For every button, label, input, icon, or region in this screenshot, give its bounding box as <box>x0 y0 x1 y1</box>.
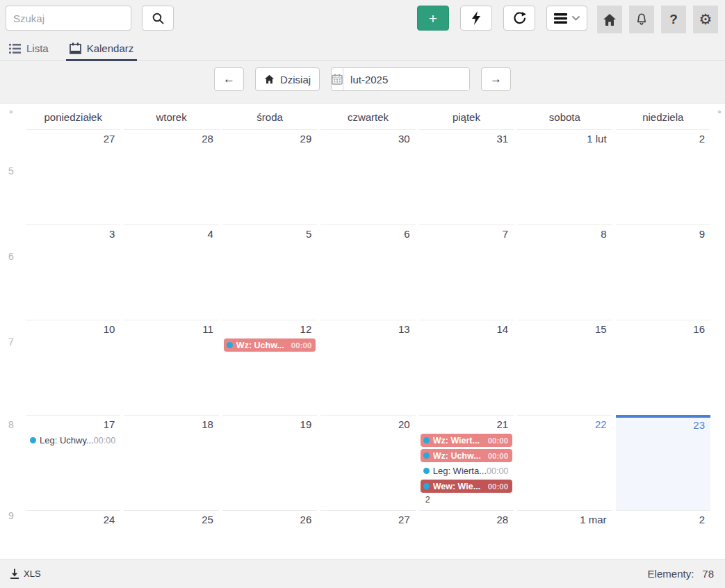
system-buttons: ? ⚙ <box>597 6 718 33</box>
event-item[interactable]: Wz: Wiert...00:00 <box>421 434 512 447</box>
day-cell[interactable]: 1 mar <box>517 510 612 559</box>
plus-icon: + <box>429 11 437 26</box>
week-right-rail <box>714 224 725 320</box>
day-number: 1 mar <box>517 512 612 529</box>
month-input[interactable] <box>343 68 470 90</box>
corner-marker-right: ° <box>714 104 725 129</box>
home-icon <box>264 74 275 84</box>
day-cell[interactable]: 28 <box>419 510 514 559</box>
day-cell[interactable]: 30 <box>320 129 415 224</box>
home-button[interactable] <box>597 6 622 33</box>
event-time: 00:00 <box>488 482 508 491</box>
day-cell[interactable]: 7 <box>419 224 514 320</box>
event-title: Wz: Wiert... <box>433 436 480 446</box>
day-cell[interactable]: 12Wz: Uchw...00:00 <box>222 320 317 415</box>
list-icon <box>9 44 21 54</box>
menu-button[interactable] <box>546 6 587 31</box>
week-right-rail <box>714 320 725 415</box>
event-title: Wz: Uchw... <box>433 451 481 461</box>
day-cell[interactable]: 3 <box>26 224 120 320</box>
day-cell[interactable]: 11 <box>124 320 218 415</box>
tab-kalendarz[interactable]: Kalendarz <box>66 38 138 60</box>
day-cell[interactable]: 2 <box>616 510 710 559</box>
day-cell[interactable]: 16 <box>616 320 710 415</box>
tab-lista[interactable]: Lista <box>6 38 52 60</box>
calendar-grid: °poniedziałekwtorekśrodaczwartekpiątekso… <box>0 104 725 559</box>
day-cell[interactable]: 8 <box>517 224 612 320</box>
day-number: 19 <box>222 417 317 434</box>
day-cell[interactable]: 23 <box>616 415 710 510</box>
day-cell[interactable]: 26 <box>222 510 317 559</box>
day-cell[interactable]: 18 <box>124 415 218 510</box>
day-cell[interactable]: 28 <box>124 129 218 224</box>
chevron-down-icon <box>572 16 580 21</box>
more-events-link[interactable]: 2 <box>425 495 514 505</box>
prev-month-button[interactable]: ← <box>214 67 244 91</box>
day-number: 23 <box>616 418 710 434</box>
day-number: 26 <box>222 512 317 529</box>
bell-icon <box>635 13 649 26</box>
day-cell[interactable]: 17Leg: Uchwy...00:00 <box>26 415 120 510</box>
day-cell[interactable]: 22 <box>517 415 612 510</box>
day-cell[interactable]: 20 <box>320 415 415 510</box>
arrow-left-icon: ← <box>223 72 235 86</box>
calendar-panel: °poniedziałekwtorekśrodaczwartekpiątekso… <box>0 103 725 560</box>
day-number: 27 <box>320 512 415 529</box>
export-label: XLS <box>24 569 41 579</box>
day-number: 15 <box>517 322 612 338</box>
day-cell[interactable]: 2 <box>616 129 710 224</box>
day-number: 1 lut <box>517 131 612 148</box>
calendar-icon <box>70 42 81 54</box>
export-xls-link[interactable]: XLS <box>10 569 41 579</box>
search-button[interactable] <box>142 6 174 31</box>
event-item[interactable]: Wz: Uchw...00:00 <box>224 338 316 352</box>
refresh-icon <box>512 11 527 26</box>
add-button[interactable]: + <box>417 6 449 31</box>
refresh-button[interactable] <box>503 6 535 31</box>
day-cell[interactable]: 31 <box>419 129 514 224</box>
today-button[interactable]: Dzisiaj <box>255 67 320 91</box>
day-number: 30 <box>320 131 415 148</box>
week-right-rail <box>714 129 725 224</box>
footer: XLS Elementy: 78 <box>0 560 725 588</box>
day-cell[interactable]: 10 <box>26 320 120 415</box>
lightning-icon <box>470 10 482 26</box>
gear-icon: ⚙ <box>699 11 712 28</box>
home-icon <box>603 13 617 26</box>
event-item[interactable]: Leg: Uchwy...00:00 <box>27 434 119 447</box>
day-cell[interactable]: 15 <box>517 320 612 415</box>
day-cell[interactable]: 1 lut <box>517 129 612 224</box>
day-cell[interactable]: 21Wz: Wiert...00:00Wz: Uchw...00:00Leg: … <box>419 415 514 510</box>
week-right-rail <box>714 415 725 510</box>
quick-actions-button[interactable] <box>460 6 492 31</box>
day-number: 10 <box>26 322 120 338</box>
elements-value: 78 <box>702 568 714 580</box>
event-item[interactable]: Wz: Uchw...00:00 <box>421 449 512 462</box>
event-item[interactable]: Wew: Wie...00:00 <box>421 480 512 493</box>
day-cell[interactable]: 24 <box>26 510 120 559</box>
day-cell[interactable]: 19 <box>222 415 317 510</box>
day-number: 11 <box>124 322 218 338</box>
day-header: czwartek <box>320 104 415 129</box>
day-header: poniedziałek <box>26 104 120 129</box>
day-cell[interactable]: 4 <box>124 224 218 320</box>
event-dot-icon <box>423 483 430 489</box>
day-cell[interactable]: 6 <box>320 224 415 320</box>
day-cell[interactable]: 29 <box>222 129 317 224</box>
search-input[interactable] <box>6 6 131 31</box>
day-number: 20 <box>320 417 415 434</box>
settings-button[interactable]: ⚙ <box>693 6 718 33</box>
day-cell[interactable]: 5 <box>222 224 317 320</box>
day-cell[interactable]: 13 <box>320 320 415 415</box>
notifications-button[interactable] <box>629 6 654 33</box>
event-item[interactable]: Leg: Wierta...00:00 <box>421 464 512 477</box>
help-button[interactable]: ? <box>661 6 686 33</box>
day-cell[interactable]: 25 <box>124 510 218 559</box>
day-number: 28 <box>419 512 514 529</box>
toolbar: + ? ⚙ <box>0 0 725 38</box>
next-month-button[interactable]: → <box>481 67 511 91</box>
day-cell[interactable]: 9 <box>616 224 710 320</box>
day-cell[interactable]: 14 <box>419 320 514 415</box>
day-cell[interactable]: 27 <box>320 510 415 559</box>
day-cell[interactable]: 27 <box>26 129 120 224</box>
